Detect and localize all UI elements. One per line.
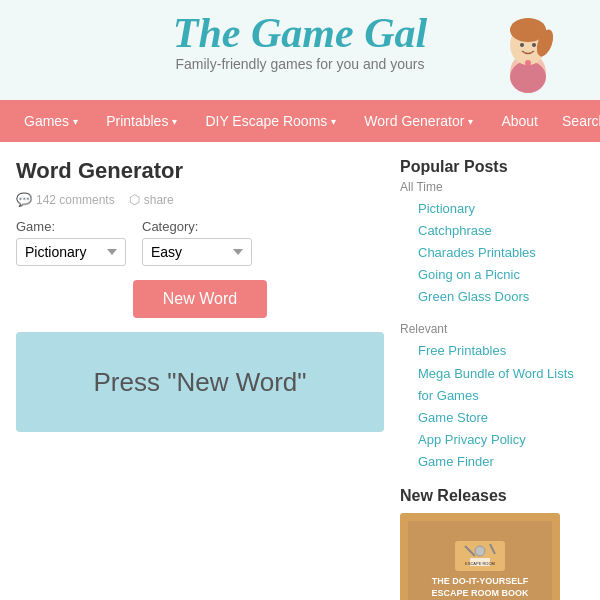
all-time-post-4[interactable]: Going on a Picnic — [418, 267, 520, 282]
comments-meta[interactable]: 💬 142 comments — [16, 192, 115, 207]
all-time-post-3[interactable]: Charades Printables — [418, 245, 536, 260]
book-title: THE DO-IT-YOURSELF ESCAPE ROOM BOOK — [414, 576, 546, 599]
new-releases-title: New Releases — [400, 487, 588, 505]
all-time-label: All Time — [400, 180, 588, 194]
new-word-button[interactable]: New Word — [133, 280, 267, 318]
book-cover[interactable]: ESCAPE ROOM THE DO-IT-YOURSELF ESCAPE RO… — [400, 513, 560, 600]
site-header: The Game Gal Family-friendly games for y… — [0, 0, 600, 100]
all-time-post-2[interactable]: Catchphrase — [418, 223, 492, 238]
printables-chevron-icon: ▾ — [172, 116, 177, 127]
list-item: Mega Bundle of Word Lists for Games — [418, 363, 588, 407]
relevant-post-5[interactable]: Game Finder — [418, 454, 494, 469]
nav-word-generator[interactable]: Word Generator ▾ — [350, 100, 487, 142]
relevant-label: Relevant — [400, 322, 588, 336]
nav-search[interactable]: Search — [552, 113, 600, 129]
game-form-group: Game: Pictionary Charades Taboo Scatterg… — [16, 219, 126, 266]
main-content: Word Generator 💬 142 comments ⬡ share Ga… — [0, 142, 400, 600]
category-select[interactable]: Easy Medium Hard — [142, 238, 252, 266]
main-nav: Games ▾ Printables ▾ DIY Escape Rooms ▾ … — [0, 100, 600, 142]
book-cover-inner: ESCAPE ROOM THE DO-IT-YOURSELF ESCAPE RO… — [408, 521, 552, 600]
list-item: Going on a Picnic — [418, 264, 588, 286]
word-display-area: Press "New Word" — [16, 332, 384, 432]
list-item: Catchphrase — [418, 220, 588, 242]
list-item: Charades Printables — [418, 242, 588, 264]
list-item: Game Finder — [418, 451, 588, 473]
nav-about[interactable]: About — [487, 100, 552, 142]
word-generator-chevron-icon: ▾ — [468, 116, 473, 127]
character-illustration — [490, 5, 570, 95]
all-time-post-5[interactable]: Green Glass Doors — [418, 289, 529, 304]
sidebar: Popular Posts All Time Pictionary Catchp… — [400, 142, 600, 600]
meta-row: 💬 142 comments ⬡ share — [16, 192, 384, 207]
list-item: Free Printables — [418, 340, 588, 362]
svg-point-8 — [525, 60, 531, 66]
main-layout: Word Generator 💬 142 comments ⬡ share Ga… — [0, 142, 600, 600]
popular-posts-title: Popular Posts — [400, 158, 588, 176]
share-icon: ⬡ — [129, 192, 140, 207]
page-title: Word Generator — [16, 158, 384, 184]
svg-point-7 — [532, 43, 536, 47]
share-meta[interactable]: ⬡ share — [129, 192, 174, 207]
comment-icon: 💬 — [16, 192, 32, 207]
relevant-post-2[interactable]: Mega Bundle of Word Lists for Games — [418, 366, 574, 403]
relevant-list: Free Printables Mega Bundle of Word List… — [400, 340, 588, 473]
svg-text:ESCAPE ROOM: ESCAPE ROOM — [465, 561, 495, 566]
escape-rooms-chevron-icon: ▾ — [331, 116, 336, 127]
all-time-list: Pictionary Catchphrase Charades Printabl… — [400, 198, 588, 308]
nav-games[interactable]: Games ▾ — [10, 100, 92, 142]
form-row: Game: Pictionary Charades Taboo Scatterg… — [16, 219, 384, 266]
relevant-post-4[interactable]: App Privacy Policy — [418, 432, 526, 447]
book-illustration: ESCAPE ROOM — [450, 536, 510, 576]
list-item: App Privacy Policy — [418, 429, 588, 451]
list-item: Pictionary — [418, 198, 588, 220]
game-label: Game: — [16, 219, 126, 234]
game-select[interactable]: Pictionary Charades Taboo Scattergories — [16, 238, 126, 266]
all-time-post-1[interactable]: Pictionary — [418, 201, 475, 216]
nav-escape-rooms[interactable]: DIY Escape Rooms ▾ — [191, 100, 350, 142]
list-item: Game Store — [418, 407, 588, 429]
word-display-text: Press "New Word" — [93, 367, 306, 398]
games-chevron-icon: ▾ — [73, 116, 78, 127]
relevant-post-3[interactable]: Game Store — [418, 410, 488, 425]
svg-point-11 — [475, 546, 485, 556]
category-label: Category: — [142, 219, 252, 234]
svg-point-6 — [520, 43, 524, 47]
nav-printables[interactable]: Printables ▾ — [92, 100, 191, 142]
category-form-group: Category: Easy Medium Hard — [142, 219, 252, 266]
relevant-post-1[interactable]: Free Printables — [418, 343, 506, 358]
list-item: Green Glass Doors — [418, 286, 588, 308]
